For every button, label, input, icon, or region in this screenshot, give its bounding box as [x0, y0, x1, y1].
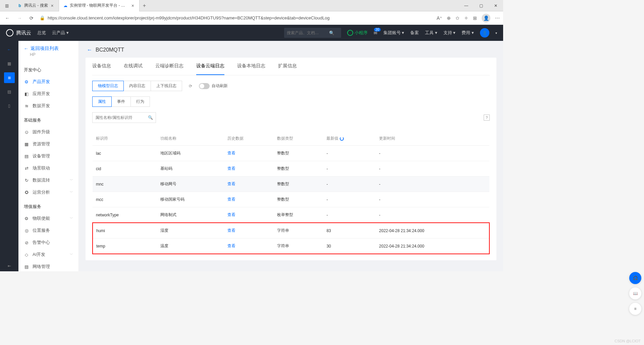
- rail-grid-icon[interactable]: ▦: [4, 58, 15, 69]
- sidebar-item-label: 资源管理: [33, 141, 50, 147]
- device-tab[interactable]: 扩展信息: [278, 58, 297, 75]
- sidebar-item-label: 物联使能: [33, 215, 50, 221]
- sidebar-item-产品开发[interactable]: ⚙产品开发: [18, 76, 78, 88]
- profile-avatar[interactable]: 👤: [482, 14, 490, 22]
- column-header: 标识符: [93, 132, 157, 146]
- maximize-button[interactable]: ▢: [474, 3, 488, 8]
- log-type-button[interactable]: 物模型日志: [92, 81, 124, 91]
- collections-icon[interactable]: ⊞: [473, 15, 477, 21]
- help-icon[interactable]: ?: [484, 115, 490, 121]
- rail-apps-icon[interactable]: ▤: [4, 86, 15, 97]
- sidebar-item-资源管理[interactable]: ▦资源管理: [18, 138, 78, 150]
- cell-name: 温度: [157, 238, 224, 254]
- log-type-button[interactable]: 上下线日志: [151, 81, 182, 91]
- nav-overview[interactable]: 总览: [37, 30, 46, 36]
- favorite-icon[interactable]: ✩: [455, 15, 460, 21]
- rail-list-icon[interactable]: ≣: [4, 72, 15, 83]
- sidebar-item-数据流转[interactable]: ↻数据流转﹀: [18, 174, 78, 186]
- column-header: 数据类型: [274, 132, 323, 146]
- sidebar-item-场景联动[interactable]: ⇄场景联动: [18, 162, 78, 174]
- rail-doc-icon[interactable]: ▯: [4, 100, 15, 111]
- sidebar-item-label: 应用开发: [33, 91, 50, 97]
- attribute-search[interactable]: 🔍: [92, 112, 156, 123]
- search-icon[interactable]: 🔍: [148, 115, 153, 120]
- device-tab[interactable]: 设备信息: [92, 58, 111, 75]
- sidebar-item-固件升级[interactable]: ⊙固件升级: [18, 126, 78, 138]
- read-aloud-icon[interactable]: A⁺: [437, 15, 442, 21]
- search-icon[interactable]: 🔍: [329, 30, 334, 36]
- prop-tab-button[interactable]: 行为: [130, 96, 150, 107]
- nav-products[interactable]: 云产品 ▾: [52, 30, 69, 36]
- sidebar-item-设备管理[interactable]: ▤设备管理: [18, 150, 78, 162]
- view-history-link[interactable]: 查看: [227, 151, 235, 155]
- menu-beian[interactable]: 备案: [410, 30, 419, 36]
- brand-text: 腾讯云: [16, 30, 31, 36]
- device-tab[interactable]: 设备本地日志: [237, 58, 265, 75]
- view-history-link[interactable]: 查看: [227, 228, 235, 233]
- tabs-icon[interactable]: ▥: [0, 3, 13, 8]
- cell-id: lac: [93, 146, 157, 161]
- sidebar-item-应用开发[interactable]: ◧应用开发: [18, 88, 78, 100]
- sidebar-section-title: 增值服务: [18, 198, 78, 212]
- tencent-cloud-logo[interactable]: 腾讯云: [6, 29, 31, 37]
- top-search-input[interactable]: [287, 30, 327, 35]
- page-back-icon[interactable]: ←: [87, 47, 92, 53]
- user-avatar[interactable]: 👤: [480, 28, 489, 38]
- menu-tools[interactable]: 工具 ▾: [425, 30, 437, 36]
- browser-tab-0[interactable]: b 腾讯云 - 搜索 ×: [13, 0, 59, 11]
- back-button[interactable]: ←: [3, 15, 11, 21]
- attribute-search-input[interactable]: [95, 115, 146, 120]
- cell-time: -: [376, 177, 489, 192]
- page-header: ← BC20MQTT: [86, 41, 496, 58]
- sidebar-item-运营分析[interactable]: ✪运营分析﹀: [18, 186, 78, 198]
- close-icon[interactable]: ×: [50, 3, 55, 8]
- menu-billing[interactable]: 费用 ▾: [462, 30, 474, 36]
- device-tab[interactable]: 设备云端日志: [196, 58, 224, 75]
- sidebar-item-icon: ≋: [24, 104, 29, 109]
- log-type-button[interactable]: 内容日志: [123, 81, 151, 91]
- view-history-link[interactable]: 查看: [227, 166, 235, 171]
- mini-program-link[interactable]: 小程序: [347, 30, 368, 36]
- cell-type: 整数型: [274, 146, 323, 161]
- top-right-menu: 小程序 ✉20 集团账号 ▾ 备案 工具 ▾ 支持 ▾ 费用 ▾ 👤 ▾: [347, 28, 497, 38]
- sidebar-item-物联使能[interactable]: ⚙物联使能﹀: [18, 212, 78, 224]
- top-search[interactable]: 🔍: [284, 28, 341, 38]
- sidebar-item-数据开发[interactable]: ≋数据开发: [18, 100, 78, 112]
- browser-tab-1[interactable]: ☁ 实例管理 - 物联网开发平台 - 控… ×: [59, 0, 140, 11]
- device-tab[interactable]: 在线调试: [124, 58, 143, 75]
- url-box[interactable]: 🔒 https://console.cloud.tencent.com/iote…: [40, 15, 433, 20]
- view-history-link[interactable]: 查看: [227, 197, 235, 202]
- mail-icon[interactable]: ✉20: [374, 30, 377, 36]
- menu-support[interactable]: 支持 ▾: [443, 30, 456, 36]
- view-history-link[interactable]: 查看: [227, 182, 235, 186]
- prop-tab-button[interactable]: 属性: [92, 96, 112, 107]
- sidebar-item-网络管理[interactable]: ▨网络管理: [18, 261, 78, 271]
- more-icon[interactable]: ⋯: [495, 15, 500, 21]
- zoom-icon[interactable]: ⊕: [447, 15, 451, 21]
- view-history-link[interactable]: 查看: [227, 212, 235, 217]
- sidebar-item-label: 网络管理: [33, 264, 50, 270]
- rail-back-icon[interactable]: ←: [4, 44, 15, 55]
- user-dropdown-icon[interactable]: ▾: [495, 31, 497, 35]
- refresh-button[interactable]: ⟳: [28, 15, 36, 21]
- close-icon[interactable]: ×: [130, 3, 135, 8]
- refresh-icon[interactable]: ⟳: [189, 84, 192, 88]
- sidebar-item-位置服务[interactable]: ◎位置服务: [18, 224, 78, 236]
- sidebar-item-告警中心[interactable]: ⊘告警中心: [18, 236, 78, 249]
- favorites-list-icon[interactable]: ✧: [464, 15, 468, 21]
- new-tab-button[interactable]: +: [140, 3, 149, 9]
- back-to-projects[interactable]: ← 返回项目列表: [18, 41, 78, 52]
- rail-collapse-icon[interactable]: ⇤: [4, 261, 15, 271]
- sidebar-item-AI开发[interactable]: ◇AI开发﹀: [18, 249, 78, 261]
- device-tab[interactable]: 云端诊断日志: [155, 58, 183, 75]
- auto-refresh-toggle[interactable]: 自动刷新: [199, 83, 228, 89]
- cell-time: 2022-04-28 21:34:24.000: [376, 223, 489, 238]
- sidebar-item-label: AI开发: [33, 252, 45, 258]
- close-window-button[interactable]: ✕: [488, 3, 503, 8]
- prop-tab-button[interactable]: 事件: [111, 96, 131, 107]
- toggle-switch[interactable]: [199, 83, 210, 89]
- menu-account[interactable]: 集团账号 ▾: [383, 30, 405, 36]
- view-history-link[interactable]: 查看: [227, 244, 235, 248]
- forward-button[interactable]: →: [15, 15, 23, 21]
- minimize-button[interactable]: —: [459, 3, 474, 8]
